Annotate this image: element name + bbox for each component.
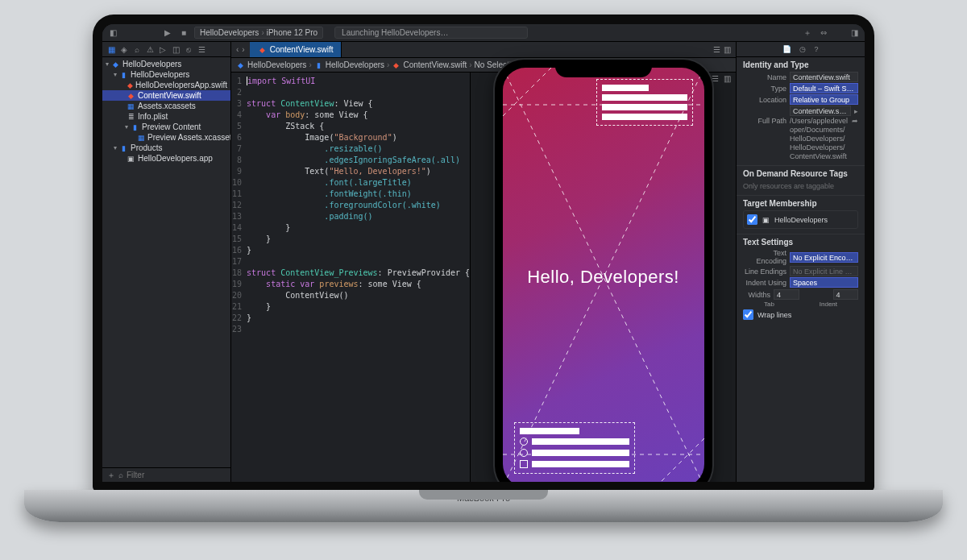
navigator-tabs: ▦ ◈ ⌕ ⚠ ▷ ◫ ⎋ ☰ <box>102 42 230 57</box>
find-tab-icon[interactable]: ⚠ <box>145 44 155 54</box>
folder-icon: ▮ <box>119 143 128 152</box>
wrap-lines-checkbox[interactable] <box>743 309 753 320</box>
folder-icon: ▮ <box>131 122 139 131</box>
symbol-tab-icon[interactable]: ⌕ <box>132 44 142 54</box>
svg-line-4 <box>503 68 551 116</box>
location-file: ContentView.swift <box>790 106 851 116</box>
inspector-tabs: 📄 ◷ ? <box>737 42 865 57</box>
project-tree: ▾◆ HelloDevelopers ▾▮ HelloDevelopers ◆ … <box>102 57 230 467</box>
membership-header: Target Membership <box>743 199 858 208</box>
swift-file-icon: ◆ <box>127 91 135 100</box>
stop-icon[interactable]: ■ <box>178 27 189 39</box>
file-inspector-tab-icon[interactable]: 📄 <box>782 45 791 53</box>
sidebar-toggle-right-icon[interactable]: ◨ <box>849 27 860 39</box>
editor-options-icon[interactable]: ☰ <box>713 45 720 54</box>
help-inspector-tab-icon[interactable]: ? <box>814 45 818 53</box>
add-icon[interactable]: ＋ <box>802 27 813 39</box>
swift-file-icon: ◆ <box>258 45 267 54</box>
folder-icon: ▮ <box>119 70 128 79</box>
app-icon: ▣ <box>127 154 135 163</box>
location-popup[interactable]: Relative to Group <box>790 94 858 105</box>
indent-width-field[interactable]: 4 <box>833 289 859 300</box>
file-type-popup[interactable]: Default – Swift Source <box>790 83 858 93</box>
line-gutter: 1 2 3 4 5 6 7 8 9 10 11 12 13 14 15 16 1… <box>231 73 247 482</box>
app-icon: ▣ <box>762 215 770 224</box>
folder-icon: ▮ <box>314 60 323 69</box>
report-tab-icon[interactable]: ☰ <box>197 44 206 54</box>
line-endings-popup[interactable]: No Explicit Line Endings <box>790 266 858 276</box>
nav-back-icon[interactable]: ‹ <box>236 45 239 54</box>
reveal-in-finder-icon[interactable]: ➦ <box>852 117 858 125</box>
device-notch <box>555 60 652 77</box>
tree-group-preview[interactable]: ▾▮ Preview Content <box>102 122 230 132</box>
preview-canvas: ☰ ▥ <box>470 73 736 482</box>
indent-using-popup[interactable]: Spaces <box>790 277 858 288</box>
tree-file-contentview[interactable]: ◆ ContentView.swift <box>102 90 230 101</box>
filter-icon: ⌕ <box>118 471 123 479</box>
project-icon: ◆ <box>111 60 120 68</box>
swift-file-icon: ◆ <box>127 81 133 89</box>
activity-status: Launching HelloDevelopers… <box>334 27 528 39</box>
debug-tab-icon[interactable]: ◫ <box>171 44 181 54</box>
canvas-split-icon[interactable]: ▥ <box>724 74 731 83</box>
library-icon[interactable]: ⇔ <box>818 27 829 39</box>
simulator-frame: Hello, Developers! <box>495 60 712 492</box>
add-target-icon[interactable]: ＋ <box>107 470 115 481</box>
toolbar: ◧ ▶ ■ HelloDevelopers › iPhone 12 Pro La… <box>102 24 865 42</box>
svg-line-5 <box>656 438 704 487</box>
target-membership-checkbox[interactable] <box>747 214 757 225</box>
assets-icon: ▦ <box>127 102 135 110</box>
scheme-name: HelloDevelopers <box>200 28 259 37</box>
xcode-window: ◧ ▶ ■ HelloDevelopers › iPhone 12 Pro La… <box>102 24 865 482</box>
source-control-tab-icon[interactable]: ◈ <box>119 44 129 54</box>
full-path: /Users/appledeveloper/Documents/HelloDev… <box>790 117 849 161</box>
editor-tab-bar: ‹ › ◆ ContentView.swift ☰ ▥ <box>231 42 736 58</box>
code-editor[interactable]: 1 2 3 4 5 6 7 8 9 10 11 12 13 14 15 16 1… <box>231 73 470 482</box>
tree-file-appswift[interactable]: ◆ HelloDevelopersApp.swift <box>102 80 230 90</box>
filter-input[interactable] <box>127 471 229 479</box>
navigator: ▦ ◈ ⌕ ⚠ ▷ ◫ ⎋ ☰ ▾◆ HelloDevelopers <box>102 42 231 482</box>
tree-project[interactable]: ▾◆ HelloDevelopers <box>102 59 230 69</box>
nav-fwd-icon[interactable]: › <box>242 45 244 54</box>
scheme-device: iPhone 12 Pro <box>267 28 317 37</box>
reveal-folder-icon[interactable]: ▸ <box>854 107 858 115</box>
tree-file-assets[interactable]: ▦ Assets.xcassets <box>102 101 230 111</box>
inspector: 📄 ◷ ? Identity and Type Name ContentView… <box>736 42 865 482</box>
project-navigator-tab-icon[interactable]: ▦ <box>106 44 116 54</box>
scheme-selector[interactable]: HelloDevelopers › iPhone 12 Pro <box>194 27 323 39</box>
text-settings-header: Text Settings <box>743 238 858 247</box>
wireframe-widget-bottom <box>514 422 635 474</box>
history-inspector-tab-icon[interactable]: ◷ <box>799 45 806 53</box>
run-icon[interactable]: ▶ <box>162 27 173 39</box>
tree-file-preview-assets[interactable]: ▦ Preview Assets.xcassets <box>102 132 230 143</box>
laptop-base: MacBook Pro <box>24 490 943 522</box>
issue-tab-icon[interactable]: ▷ <box>158 44 168 54</box>
tree-file-product[interactable]: ▣ HelloDevelopers.app <box>102 153 230 164</box>
odr-header: On Demand Resource Tags <box>743 169 858 178</box>
navigator-footer: ＋ ⌕ ◷ ▣ <box>102 467 230 482</box>
code-content[interactable]: import SwiftUI struct ContentView: View … <box>247 73 470 482</box>
tree-file-plist[interactable]: ≣ Info.plist <box>102 111 230 122</box>
adjust-editor-icon[interactable]: ▥ <box>724 45 731 54</box>
odr-hint: Only resources are taggable <box>743 180 858 192</box>
plist-icon: ≣ <box>127 112 135 121</box>
editor-tab[interactable]: ◆ ContentView.swift <box>250 42 342 57</box>
simulator-screen: Hello, Developers! <box>503 68 704 487</box>
identity-header: Identity and Type <box>743 60 858 69</box>
assets-icon: ▦ <box>138 133 145 142</box>
project-icon: ◆ <box>236 60 245 69</box>
wireframe-widget-top <box>596 79 693 126</box>
swift-file-icon: ◆ <box>392 60 400 69</box>
canvas-options-icon[interactable]: ☰ <box>712 74 719 83</box>
tab-width-field[interactable]: 4 <box>774 289 799 300</box>
tree-group-app[interactable]: ▾▮ HelloDevelopers <box>102 69 230 80</box>
file-name-field[interactable]: ContentView.swift <box>790 72 858 82</box>
tree-group-products[interactable]: ▾▮ Products <box>102 143 230 153</box>
breakpoint-tab-icon[interactable]: ⎋ <box>184 44 193 54</box>
sidebar-toggle-left-icon[interactable]: ◧ <box>107 27 118 39</box>
text-encoding-popup[interactable]: No Explicit Encoding <box>790 252 858 263</box>
